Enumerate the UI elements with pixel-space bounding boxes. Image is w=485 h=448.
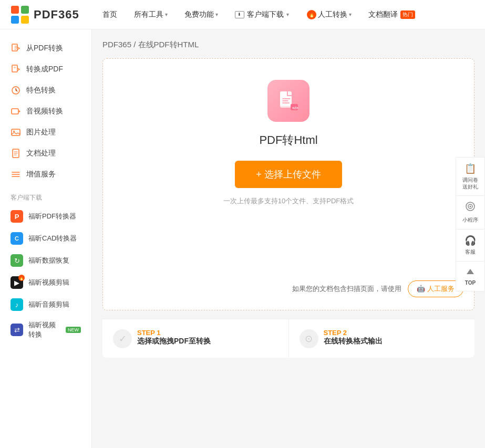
logo[interactable]: PDF365 xyxy=(11,5,79,24)
pdf-html-icon-svg: </> xyxy=(277,89,300,112)
sidebar-item-image[interactable]: 图片处理 xyxy=(0,122,91,143)
sidebar-label-from-pdf: 从PDF转换 xyxy=(26,44,63,53)
miniapp-icon xyxy=(465,201,476,214)
fire-icon: 🔥 xyxy=(307,10,316,19)
sidebar-item-doc[interactable]: 文档处理 xyxy=(0,143,91,164)
nav-menu: 首页 所有工具 ▾ 免费功能 ▾ ⬇ 客户端下载 ▾ 🔥 人工转换 ▾ 文档翻译… xyxy=(95,7,474,23)
steps-bar: ✓ STEP 1 选择或拖拽PDF至转换 ⊙ STEP 2 在线转换格式输出 xyxy=(102,319,474,358)
sidebar-label-vip: 增值服务 xyxy=(26,170,56,179)
vip-icon xyxy=(11,169,21,180)
sidebar-app-video-edit[interactable]: ▶ 🔥 福昕视频剪辑 xyxy=(0,272,91,294)
header: PDF365 首页 所有工具 ▾ 免费功能 ▾ ⬇ 客户端下载 ▾ 🔥 人工转换… xyxy=(0,0,485,29)
sidebar-section-download: 客户端下载 xyxy=(0,185,91,205)
step-2-number: STEP 2 xyxy=(324,329,383,337)
sidebar-item-from-pdf[interactable]: 从PDF转换 xyxy=(0,38,91,59)
sidebar-app-video-convert[interactable]: ⇄ 福昕视频转换 NEW xyxy=(0,316,91,344)
nav-free-arrow: ▾ xyxy=(215,12,218,17)
nav-translate[interactable]: 文档翻译 热门 xyxy=(361,7,422,23)
sidebar-item-media[interactable]: 音视频转换 xyxy=(0,101,91,122)
service-label: 客服 xyxy=(465,248,476,256)
survey-icon: 📋 xyxy=(465,163,476,174)
step-1-number: STEP 1 xyxy=(137,329,211,337)
sidebar-app-pdf-converter[interactable]: P 福昕PDF转换器 xyxy=(0,205,91,227)
media-icon xyxy=(11,106,21,117)
main-content: PDF365 / 在线PDF转HTML </> PDF转Html + 选择上传文… xyxy=(92,29,485,448)
svg-rect-10 xyxy=(12,129,20,136)
video-edit-icon: ▶ 🔥 xyxy=(11,276,23,289)
upload-title: PDF转Html xyxy=(259,132,317,148)
step-1-title: 选择或拖拽PDF至转换 xyxy=(137,337,211,346)
sidebar-label-special: 特色转换 xyxy=(26,86,56,95)
upload-card: </> PDF转Html + 选择上传文件 一次上传最多支持10个文件、支持PD… xyxy=(102,58,474,310)
svg-rect-5 xyxy=(12,65,17,72)
doc-icon xyxy=(11,148,21,159)
to-pdf-icon xyxy=(11,64,21,75)
human-service-bar: 如果您的文档包含扫描页面，请使用 🤖 人工服务 xyxy=(113,280,463,297)
survey-label: 调问卷送好礼 xyxy=(462,176,478,190)
svg-rect-1 xyxy=(21,6,29,14)
upload-button[interactable]: + 选择上传文件 xyxy=(235,161,342,188)
data-recovery-icon: ↻ xyxy=(11,254,23,267)
video-fire-dot: 🔥 xyxy=(18,275,25,281)
human-service-text: 如果您的文档包含扫描页面，请使用 xyxy=(292,284,401,294)
svg-rect-0 xyxy=(11,6,19,14)
special-icon xyxy=(11,85,21,96)
sidebar-label-media: 音视频转换 xyxy=(26,107,63,116)
nav-home[interactable]: 首页 xyxy=(95,7,125,23)
svg-marker-9 xyxy=(19,110,20,112)
svg-rect-8 xyxy=(12,109,18,114)
hot-badge: 热门 xyxy=(400,11,415,19)
nav-download[interactable]: ⬇ 客户端下载 ▾ xyxy=(228,7,296,23)
app-label-cad-converter: 福昕CAD转换器 xyxy=(28,234,77,243)
logo-text: PDF365 xyxy=(34,8,79,22)
svg-text:</>: </> xyxy=(292,106,298,110)
breadcrumb-current: 在线PDF转HTML xyxy=(138,40,199,49)
float-service-btn[interactable]: 🎧 客服 xyxy=(456,229,485,261)
sidebar-app-cad-converter[interactable]: C 福昕CAD转换器 xyxy=(0,227,91,249)
sidebar-item-vip[interactable]: 增值服务 xyxy=(0,164,91,185)
svg-point-18 xyxy=(470,205,471,207)
svg-rect-2 xyxy=(11,16,19,24)
app-label-pdf-converter: 福昕PDF转换器 xyxy=(28,212,76,221)
nav-human[interactable]: 🔥 人工转换 ▾ xyxy=(298,7,359,23)
upload-hint: 一次上传最多支持10个文件、支持PDF格式 xyxy=(223,196,354,206)
app-label-video-edit: 福昕视频剪辑 xyxy=(28,278,69,287)
nav-free[interactable]: 免费功能 ▾ xyxy=(177,7,225,23)
new-badge: NEW xyxy=(66,327,81,333)
breadcrumb-prefix: PDF365 / xyxy=(102,40,138,49)
nav-human-arrow: ▾ xyxy=(349,12,352,17)
top-icon xyxy=(466,267,475,278)
step-2: ⊙ STEP 2 在线转换格式输出 xyxy=(289,319,475,358)
sidebar-item-to-pdf[interactable]: 转换成PDF xyxy=(0,59,91,80)
step-2-title: 在线转换格式输出 xyxy=(324,337,383,346)
breadcrumb: PDF365 / 在线PDF转HTML xyxy=(102,40,474,50)
pdf-converter-icon: P xyxy=(11,210,23,223)
miniapp-label: 小程序 xyxy=(462,216,478,224)
sidebar-label-doc: 文档处理 xyxy=(26,149,56,158)
app-label-data-recovery: 福昕数据恢复 xyxy=(28,256,69,265)
image-icon xyxy=(11,127,21,138)
sidebar-app-data-recovery[interactable]: ↻ 福昕数据恢复 xyxy=(0,249,91,272)
svg-point-11 xyxy=(13,131,15,132)
svg-rect-3 xyxy=(21,16,29,24)
logo-icon xyxy=(11,5,29,24)
float-miniapp-btn[interactable]: 小程序 xyxy=(456,195,485,229)
nav-tools-arrow: ▾ xyxy=(165,12,168,17)
app-label-video-convert: 福昕视频转换 xyxy=(28,320,58,339)
sidebar-item-special[interactable]: 特色转换 xyxy=(0,80,91,101)
float-top-btn[interactable]: TOP xyxy=(456,261,485,291)
download-icon: ⬇ xyxy=(235,11,244,18)
sidebar: 从PDF转换 转换成PDF 特色转换 xyxy=(0,29,92,448)
service-icon: 🎧 xyxy=(465,235,476,246)
from-pdf-icon xyxy=(11,43,21,54)
top-label: TOP xyxy=(465,280,476,286)
step-1-icon: ✓ xyxy=(113,329,132,348)
right-float-panel: 📋 调问卷送好礼 小程序 🎧 客服 TOP xyxy=(456,157,485,291)
nav-download-arrow: ▾ xyxy=(286,12,289,17)
float-survey-btn[interactable]: 📋 调问卷送好礼 xyxy=(456,157,485,195)
nav-tools[interactable]: 所有工具 ▾ xyxy=(127,7,175,23)
sidebar-app-audio-edit[interactable]: ♪ 福昕音频剪辑 xyxy=(0,294,91,316)
layout: 从PDF转换 转换成PDF 特色转换 xyxy=(0,29,485,448)
step-2-icon: ⊙ xyxy=(300,329,318,348)
pdf-large-icon: </> xyxy=(267,80,309,122)
